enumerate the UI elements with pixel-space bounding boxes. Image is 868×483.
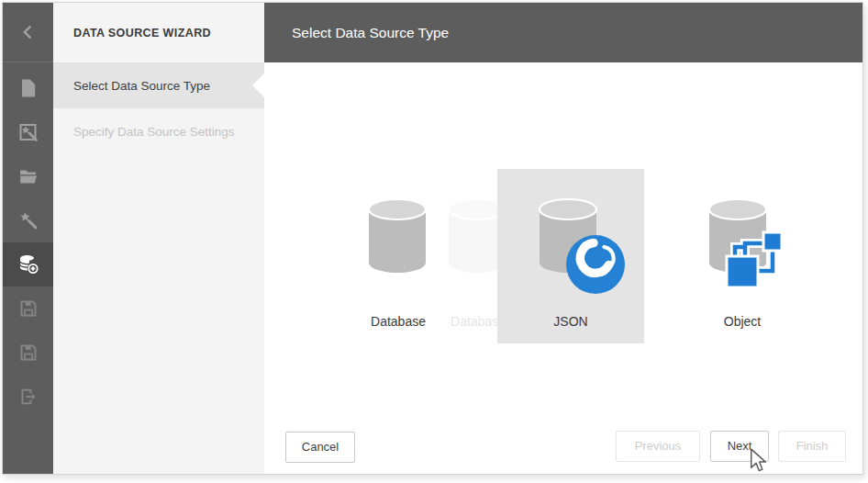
toolbar-item-open[interactable]: [3, 154, 53, 198]
wizard-step-label: Select Data Source Type: [73, 79, 210, 93]
wizard-content: Database Database: [264, 62, 862, 474]
page-title: Select Data Source Type: [292, 25, 449, 41]
toolbar-item-add-data-source[interactable]: [3, 242, 53, 286]
page-header: Select Data Source Type: [264, 3, 862, 62]
wizard-step-label: Specify Data Source Settings: [73, 125, 235, 139]
tile-object[interactable]: Object: [669, 169, 816, 343]
tile-json[interactable]: JSON: [497, 169, 644, 343]
tile-database[interactable]: Database: [325, 169, 472, 343]
json-logo-icon: [566, 235, 625, 294]
toolbar-item-save[interactable]: [3, 286, 53, 331]
exit-icon: [17, 386, 39, 408]
mouse-cursor-icon: [749, 447, 769, 475]
open-folder-icon: [17, 165, 39, 187]
chevron-left-icon: [18, 22, 39, 42]
toolbar-item-save-as[interactable]: [3, 331, 53, 375]
json-datasource-icon: [514, 195, 628, 310]
add-datasource-icon: [17, 253, 39, 275]
toolbar-item-wizard[interactable]: [3, 198, 53, 242]
save-as-icon: [17, 342, 39, 364]
cancel-button[interactable]: Cancel: [285, 432, 355, 463]
finish-button[interactable]: Finish: [778, 431, 846, 462]
toolbar-back-button[interactable]: [3, 3, 53, 62]
previous-button[interactable]: Previous: [616, 431, 700, 462]
database-cylinder-icon: [341, 195, 455, 310]
data-source-wizard-window: DATA SOURCE WIZARD Select Data Source Ty…: [2, 2, 863, 475]
wizard-title: DATA SOURCE WIZARD: [53, 3, 264, 62]
toolbar-item-new-report[interactable]: [3, 66, 53, 110]
toolbar-item-design-in-wizard[interactable]: [3, 110, 53, 154]
new-document-icon: [17, 77, 39, 99]
designer-toolbar: [3, 3, 53, 474]
wizard-sidebar: DATA SOURCE WIZARD Select Data Source Ty…: [53, 3, 264, 474]
wizard-step-select-type[interactable]: Select Data Source Type: [53, 62, 264, 108]
tile-label: Object: [724, 314, 761, 329]
magic-wand-icon: [17, 209, 39, 231]
wizard-step-specify-settings[interactable]: Specify Data Source Settings: [53, 108, 264, 154]
object-datasource-icon: [685, 195, 799, 310]
toolbar-menu: [3, 62, 53, 419]
report-wizard-icon: [17, 121, 39, 143]
save-icon: [17, 298, 39, 320]
toolbar-item-exit[interactable]: [3, 375, 53, 419]
tile-label: Database: [371, 314, 426, 329]
wizard-main-panel: Select Data Source Type Database: [264, 3, 862, 474]
tile-label: JSON: [553, 314, 587, 329]
